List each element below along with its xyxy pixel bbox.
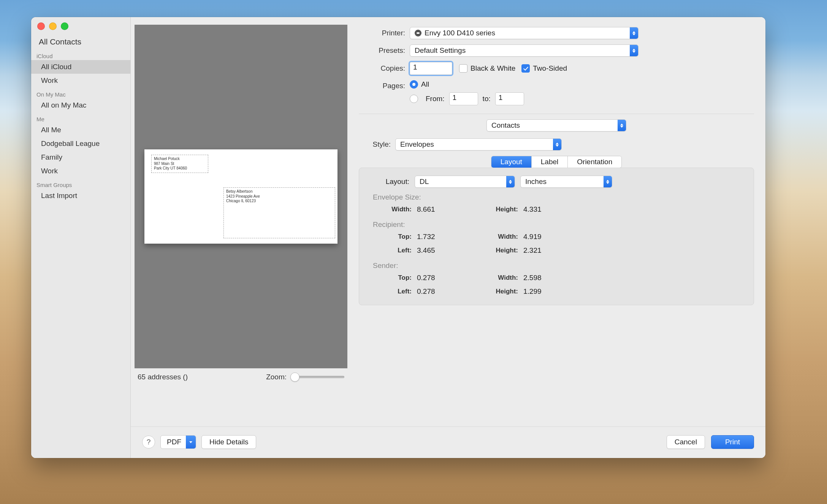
print-dialog-window: All Contacts iCloud All iCloud Work On M… [31, 17, 765, 458]
recipient-name: Betsy Albertson [226, 189, 333, 194]
style-value: Envelopes [400, 140, 434, 149]
help-button[interactable]: ? [142, 436, 155, 449]
copies-input[interactable]: 1 [410, 62, 452, 75]
sen-left-label: Left: [375, 288, 417, 295]
sender-street: 987 Main St [154, 162, 206, 166]
sidebar-item-dodgeball[interactable]: Dodgeball League [31, 137, 130, 151]
chevron-down-icon [186, 436, 196, 449]
layout-panel: Layout: DL Inches Envelope Size: [359, 168, 754, 305]
pdf-label: PDF [167, 438, 181, 446]
sidebar-group-icloud-header: iCloud [31, 49, 130, 60]
contacts-sidebar: All Contacts iCloud All iCloud Work On M… [31, 17, 131, 458]
tab-layout[interactable]: Layout [491, 156, 532, 168]
env-width-value: 8.661 [417, 205, 466, 214]
sen-top-value: 0.278 [417, 274, 466, 282]
sidebar-item-all-on-my-mac[interactable]: All on My Mac [31, 98, 130, 112]
printer-value: Envy 100 D410 series [425, 29, 495, 37]
close-window-button[interactable] [37, 22, 45, 30]
print-dialog-main: Michael Potuck 987 Main St Park City UT … [131, 17, 765, 458]
rec-width-value: 4.919 [523, 233, 565, 241]
stepper-arrows-icon [630, 45, 638, 56]
sidebar-item-all-me[interactable]: All Me [31, 123, 130, 137]
env-width-label: Width: [375, 206, 417, 213]
sen-width-value: 2.598 [523, 274, 565, 282]
pdf-menu-button[interactable]: PDF [160, 435, 196, 449]
print-button[interactable]: Print [711, 435, 754, 449]
preview-status-text: 65 addresses () [138, 373, 188, 381]
pages-range-radio[interactable] [410, 95, 418, 103]
layout-size-select[interactable]: DL [415, 176, 515, 188]
minimize-window-button[interactable] [49, 22, 57, 30]
stepper-arrows-icon [506, 176, 515, 187]
traffic-lights [37, 22, 68, 30]
env-height-label: Height: [466, 206, 523, 213]
sidebar-item-last-import[interactable]: Last Import [31, 189, 130, 203]
presets-label: Presets: [359, 46, 405, 55]
layout-unit-value: Inches [525, 178, 547, 186]
stepper-arrows-icon [630, 27, 638, 39]
tab-orientation[interactable]: Orientation [568, 156, 621, 168]
copies-label: Copies: [359, 64, 405, 73]
black-white-checkbox[interactable] [459, 64, 467, 73]
pages-label: Pages: [359, 80, 405, 90]
envelope-recipient-box[interactable]: Betsy Albertson 1423 Pineapple Ave Chica… [223, 187, 335, 238]
pages-from-label: From: [426, 95, 445, 103]
rec-top-label: Top: [375, 233, 417, 241]
printer-select[interactable]: Envy 100 D410 series [410, 27, 638, 39]
print-settings-column: Printer: Envy 100 D410 series Presets: [359, 25, 754, 426]
print-preview-column: Michael Potuck 987 Main St Park City UT … [135, 25, 347, 426]
black-white-label: Black & White [471, 64, 515, 73]
sen-top-label: Top: [375, 274, 417, 282]
pages-all-label: All [421, 80, 429, 89]
tab-label[interactable]: Label [532, 156, 568, 168]
print-preview-canvas: Michael Potuck 987 Main St Park City UT … [135, 25, 347, 368]
hide-details-button[interactable]: Hide Details [201, 435, 256, 449]
rec-left-label: Left: [375, 247, 417, 254]
sidebar-item-all-icloud[interactable]: All iCloud [31, 60, 130, 74]
sen-height-label: Height: [466, 288, 523, 295]
printer-label: Printer: [359, 29, 405, 37]
stepper-arrows-icon [604, 176, 612, 187]
sidebar-item-work-me[interactable]: Work [31, 164, 130, 178]
recipient-street: 1423 Pineapple Ave [226, 194, 333, 199]
sidebar-group-me-header: Me [31, 112, 130, 123]
env-height-value: 4.331 [523, 205, 565, 214]
zoom-window-button[interactable] [61, 22, 68, 30]
cancel-button[interactable]: Cancel [667, 435, 705, 449]
printer-status-icon [415, 30, 421, 36]
style-label: Style: [359, 140, 391, 149]
zoom-slider-knob[interactable] [290, 372, 299, 382]
envelope-size-section-label: Envelope Size: [373, 193, 740, 201]
presets-select[interactable]: Default Settings [410, 44, 638, 57]
sen-width-label: Width: [466, 274, 523, 282]
pages-from-input[interactable]: 1 [449, 92, 478, 105]
zoom-label: Zoom: [266, 373, 287, 381]
recipient-city: Chicago IL 60123 [226, 199, 333, 204]
sidebar-all-contacts[interactable]: All Contacts [31, 35, 130, 49]
two-sided-checkbox[interactable] [521, 64, 530, 73]
pages-to-input[interactable]: 1 [495, 92, 524, 105]
sender-name: Michael Potuck [154, 157, 206, 162]
layout-unit-select[interactable]: Inches [520, 176, 612, 188]
sender-section-label: Sender: [373, 262, 740, 270]
envelope-preview: Michael Potuck 987 Main St Park City UT … [144, 149, 337, 244]
layout-label: Layout: [373, 178, 409, 186]
rec-height-label: Height: [466, 247, 523, 254]
recipient-section-label: Recipient: [373, 220, 740, 229]
rec-width-label: Width: [466, 233, 523, 241]
layout-size-value: DL [420, 178, 429, 186]
style-select[interactable]: Envelopes [395, 138, 562, 151]
rec-top-value: 1.732 [417, 233, 466, 241]
two-sided-label: Two-Sided [533, 64, 567, 73]
pages-all-radio[interactable] [410, 80, 418, 89]
sidebar-item-family[interactable]: Family [31, 151, 130, 164]
app-section-select[interactable]: Contacts [486, 119, 626, 132]
app-section-value: Contacts [491, 121, 520, 130]
sen-height-value: 1.299 [523, 287, 565, 296]
sidebar-item-work-icloud[interactable]: Work [31, 74, 130, 87]
dialog-footer: ? PDF Hide Details Cancel Print [131, 426, 765, 458]
envelope-sender-box[interactable]: Michael Potuck 987 Main St Park City UT … [151, 155, 208, 173]
rec-height-value: 2.321 [523, 246, 565, 255]
presets-value: Default Settings [415, 46, 466, 55]
zoom-slider[interactable] [291, 376, 344, 378]
